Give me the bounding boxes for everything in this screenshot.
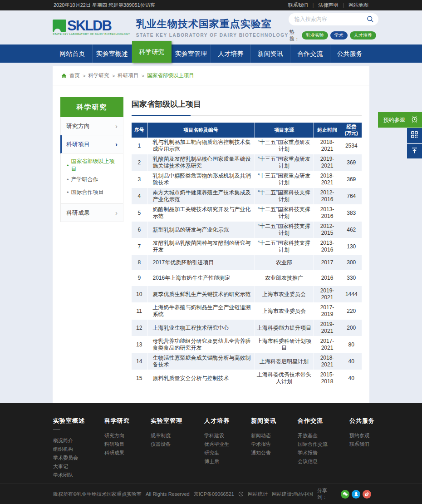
share-qq-icon[interactable] — [352, 490, 360, 499]
site-logo[interactable]: SKLDB STATE KEY LABORATORY OF DAIRY BIOT… — [53, 17, 289, 38]
footer-link-概况简介[interactable]: 概况简介 — [53, 436, 104, 445]
project-fund-cell: 330 — [341, 271, 362, 286]
search-icon[interactable] — [367, 15, 374, 23]
row-number-cell: 6 — [132, 222, 147, 238]
share-weibo-icon[interactable] — [363, 490, 371, 499]
chevron-right-icon: › — [115, 209, 118, 217]
breadcrumb-item[interactable]: 首页 — [69, 72, 80, 79]
sidebar-item-label: 科研项目 — [66, 140, 90, 148]
project-fund-cell: 2534 — [341, 138, 362, 154]
hot-search-tag[interactable]: 学术 — [330, 31, 348, 40]
footer-link-科研项目[interactable]: 科研项目 — [104, 440, 151, 449]
hot-search-tag[interactable]: 乳业实验 — [302, 31, 328, 40]
footer-link-国际合作交流[interactable]: 国际合作交流 — [298, 440, 349, 449]
footer-link-科研成果[interactable]: 科研成果 — [104, 449, 151, 457]
topbar-link[interactable]: 网站地图 — [348, 2, 368, 9]
nav-item-科学研究[interactable]: 科学研究 — [132, 41, 172, 63]
project-source-cell: “十二五”国家科技支撑计划 — [255, 238, 314, 255]
site-builder-link[interactable]: 网站建设:尚品中国 — [272, 491, 313, 498]
project-period-cell: 2018-2021 — [314, 171, 341, 188]
sidebar-item-科研成果[interactable]: 科研成果› — [60, 204, 123, 222]
footer-link-优秀毕业生[interactable]: 优秀毕业生 — [204, 440, 251, 449]
footer-link-组织机构[interactable]: 组织机构 — [53, 445, 104, 454]
nav-item-合作交流[interactable]: 合作交流 — [290, 44, 330, 63]
project-period-cell: 2012-2015 — [314, 222, 341, 238]
copyright-text: 版权所有©乳业生物技术国家重点实验室 — [53, 491, 142, 498]
sidebar-subitem-产学研合作[interactable]: •产学研合作 — [61, 173, 123, 186]
nav-item-公共服务[interactable]: 公共服务 — [330, 44, 370, 63]
project-fund-cell: 40 — [341, 353, 362, 370]
site-stats-link[interactable]: 网站统计 — [248, 491, 268, 498]
footer-column-科学研究: 科学研究研究方向科研项目科研成果 — [104, 417, 151, 484]
footer: 实验室概述概况简介组织机构学术委员会大事记学术团队科学研究研究方向科研项目科研成… — [0, 403, 422, 484]
footer-link-学术报告[interactable]: 学术报告 — [298, 449, 349, 457]
bullet-icon: • — [67, 176, 69, 183]
row-number-cell: 14 — [132, 353, 147, 370]
main-content: 国家省部级以上项目 序号项目名称及编号项目来源起止时间经费(万元) 1乳与乳制品… — [132, 97, 362, 387]
sidebar-item-科研项目[interactable]: 科研项目› — [60, 135, 123, 153]
footer-link-学术报告[interactable]: 学术报告 — [251, 440, 298, 449]
footer-link-新闻动态[interactable]: 新闻动态 — [251, 431, 298, 440]
footer-link-预约参观[interactable]: 预约参观 — [349, 431, 395, 440]
home-icon[interactable] — [61, 73, 67, 79]
nav-item-网站首页[interactable]: 网站首页 — [53, 44, 93, 63]
nav-item-新闻资讯[interactable]: 新闻资讯 — [251, 44, 291, 63]
sidebar: 科学研究 研究方向›科研项目›•国家省部级以上项目•产学研合作•国际合作项目科研… — [60, 97, 123, 387]
footer-link-研究生[interactable]: 研究生 — [204, 449, 251, 457]
sidebar-submenu: •国家省部级以上项目•产学研合作•国际合作项目 — [60, 153, 123, 204]
logo-mark-icon — [53, 20, 66, 32]
qr-code-icon — [411, 131, 418, 140]
footer-link-仪器设备[interactable]: 仪器设备 — [151, 440, 204, 449]
sidebar-subitem-国家省部级以上项目[interactable]: •国家省部级以上项目 — [61, 158, 123, 173]
footer-column-新闻资讯: 新闻资讯新闻动态学术报告通知公告 — [251, 417, 298, 484]
project-period-cell: 2015-2018 — [314, 370, 341, 387]
back-to-top-button[interactable] — [407, 143, 422, 158]
sidebar-subitem-国际合作项目[interactable]: •国际合作项目 — [61, 186, 123, 198]
date-visitor-info: 2020年10月22日 星期四 您是第389051位访客 — [54, 2, 155, 9]
breadcrumb-item[interactable]: 科研项目 — [118, 72, 138, 79]
copyright-info: 版权所有©乳业生物技术国家重点实验室 All Rights Reserved 京… — [53, 491, 317, 498]
search-input[interactable] — [294, 16, 367, 22]
site-subtitle: STATE KEY LABORATORY OF DAIRY BIOTECHNOL… — [136, 33, 289, 38]
footer-link-通知公告[interactable]: 通知公告 — [251, 449, 298, 457]
footer-link-学科建设[interactable]: 学科建设 — [204, 431, 251, 440]
footer-links: 预约参观联系我们 — [349, 431, 395, 449]
breadcrumb-separator: > — [112, 73, 115, 79]
back-to-top-icon — [411, 147, 418, 156]
footer-link-会议信息[interactable]: 会议信息 — [298, 457, 349, 466]
footer-link-研究方向[interactable]: 研究方向 — [104, 431, 151, 440]
qr-code-button[interactable] — [407, 128, 422, 143]
footer-link-博士后[interactable]: 博士后 — [204, 457, 251, 466]
nav-item-人才培养[interactable]: 人才培养 — [211, 44, 251, 63]
project-period-cell: 2019-2021 — [314, 286, 341, 303]
hot-search-tag[interactable]: 人才培养 — [350, 31, 376, 40]
share-wechat-icon[interactable] — [341, 490, 349, 499]
footer-link-联系我们[interactable]: 联系我们 — [349, 440, 395, 449]
row-number-cell: 2 — [132, 154, 147, 171]
project-period-cell: 2012-2016 — [314, 188, 341, 205]
sidebar-title: 科学研究 — [60, 97, 123, 117]
nav-item-实验室管理[interactable]: 实验室管理 — [172, 44, 211, 63]
project-period-cell: 2019-2021 — [314, 154, 341, 171]
footer-link-学术委员会[interactable]: 学术委员会 — [53, 454, 104, 462]
topbar-link[interactable]: 联系我们 — [288, 2, 308, 9]
footer-link-开放基金[interactable]: 开放基金 — [298, 431, 349, 440]
row-number-cell: 7 — [132, 238, 147, 255]
footer-link-规章制度[interactable]: 规章制度 — [151, 431, 204, 440]
project-name-cell: 发酵乳制品乳酸菌菌种与发酵剂的研究与开发 — [147, 238, 255, 255]
topbar-link[interactable]: 法律声明 — [318, 2, 338, 9]
breadcrumb-item[interactable]: 国家省部级以上项目 — [147, 72, 194, 79]
footer-column-title: 实验室概述 — [53, 417, 104, 425]
reserve-visit-button[interactable]: 预约参观 — [378, 112, 422, 128]
title-divider — [132, 115, 362, 116]
breadcrumb-item[interactable]: 科学研究 — [88, 72, 109, 79]
nav-item-实验室概述[interactable]: 实验室概述 — [93, 44, 132, 63]
icp-number: 京ICP备09066521 — [194, 491, 234, 498]
project-fund-cell: 369 — [341, 154, 362, 171]
footer-link-学术团队[interactable]: 学术团队 — [53, 471, 104, 479]
row-number-cell: 9 — [132, 271, 147, 286]
project-source-cell: 上海市农业委员会 — [255, 286, 314, 303]
footer-links: 新闻动态学术报告通知公告 — [251, 431, 298, 457]
sidebar-item-研究方向[interactable]: 研究方向› — [60, 117, 123, 135]
footer-link-大事记[interactable]: 大事记 — [53, 462, 104, 471]
